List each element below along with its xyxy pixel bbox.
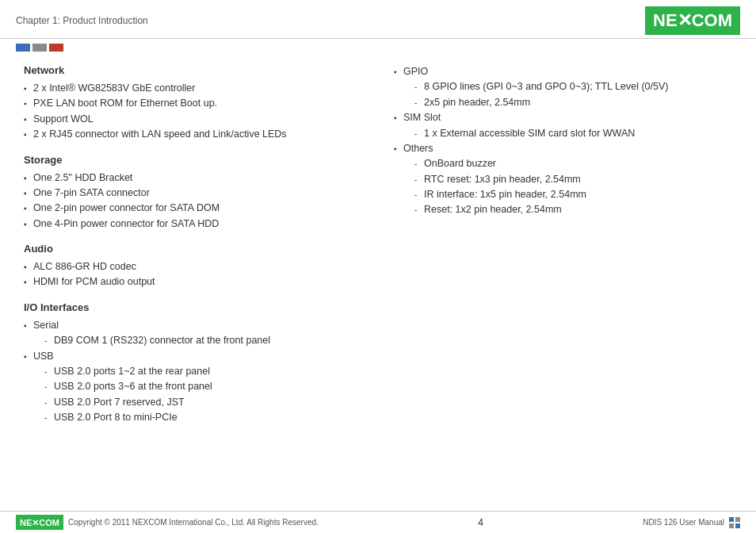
list-item: IR interface: 1x5 pin header, 2.54mm xyxy=(414,187,732,202)
grid-cell-2 xyxy=(735,517,740,522)
grid-cell-1 xyxy=(729,517,734,522)
list-item: 2 x RJ45 connector with LAN speed and Li… xyxy=(24,127,362,142)
footer-grid-icon xyxy=(729,517,740,528)
io-list: Serial DB9 COM 1 (RS232) connector at th… xyxy=(24,318,362,426)
gpio-sub-list: 8 GPIO lines (GPI 0~3 and GPO 0~3); TTL … xyxy=(403,79,732,110)
footer-doc-title: NDIS 126 User Manual xyxy=(643,518,724,527)
footer-copyright: Copyright © 2011 NEXCOM International Co… xyxy=(68,518,319,527)
list-item: One 7-pin SATA connector xyxy=(24,186,362,201)
list-item: USB 2.0 ports 3~6 at the front panel xyxy=(44,379,362,394)
left-column: Network 2 x Intel® WG82583V GbE controll… xyxy=(24,64,370,503)
section-io-title: I/O Interfaces xyxy=(24,301,362,313)
gpio-list: GPIO 8 GPIO lines (GPI 0~3 and GPO 0~3);… xyxy=(394,64,732,218)
network-list: 2 x Intel® WG82583V GbE controller PXE L… xyxy=(24,81,362,143)
list-item: HDMI for PCM audio output xyxy=(24,274,362,290)
list-item: Support WOL xyxy=(24,112,362,127)
list-item: Serial DB9 COM 1 (RS232) connector at th… xyxy=(24,318,362,349)
list-item: 1 x External accessible SIM card slot fo… xyxy=(414,126,732,141)
list-item: USB 2.0 Port 8 to mini-PCIe xyxy=(44,410,362,425)
footer-page-number: 4 xyxy=(478,517,483,528)
list-item: RTC reset: 1x3 pin header, 2.54mm xyxy=(414,172,732,187)
list-item: One 2.5" HDD Bracket xyxy=(24,171,362,186)
list-item: SIM Slot 1 x External accessible SIM car… xyxy=(394,110,732,141)
footer-right: NDIS 126 User Manual xyxy=(643,517,740,528)
color-bar-gray xyxy=(32,44,47,52)
grid-cell-3 xyxy=(729,523,734,528)
list-item: GPIO 8 GPIO lines (GPI 0~3 and GPO 0~3);… xyxy=(394,64,732,110)
list-item: USB USB 2.0 ports 1~2 at the rear panel … xyxy=(24,349,362,426)
right-column: GPIO 8 GPIO lines (GPI 0~3 and GPO 0~3);… xyxy=(386,64,732,503)
section-storage-title: Storage xyxy=(24,154,362,166)
list-item: PXE LAN boot ROM for Ethernet Boot up. xyxy=(24,96,362,111)
list-item: ALC 886-GR HD codec xyxy=(24,259,362,274)
list-item: USB 2.0 ports 1~2 at the rear panel xyxy=(44,364,362,379)
others-sub-list: OnBoard buzzer RTC reset: 1x3 pin header… xyxy=(403,156,732,218)
footer-logo-text: NE✕COM xyxy=(20,518,59,527)
list-item: DB9 COM 1 (RS232) connector at the front… xyxy=(44,333,362,348)
audio-list: ALC 886-GR HD codec HDMI for PCM audio o… xyxy=(24,259,362,290)
page-header: Chapter 1: Product Introduction NE✕✕COM xyxy=(0,0,756,39)
section-io: I/O Interfaces Serial DB9 COM 1 (RS232) … xyxy=(24,301,362,426)
list-item: Others OnBoard buzzer RTC reset: 1x3 pin… xyxy=(394,141,732,218)
color-bar-blue xyxy=(16,44,30,52)
serial-sub-list: DB9 COM 1 (RS232) connector at the front… xyxy=(33,333,362,348)
section-gpio: GPIO 8 GPIO lines (GPI 0~3 and GPO 0~3);… xyxy=(394,64,732,218)
section-network-title: Network xyxy=(24,64,362,76)
footer-left: NE✕COM Copyright © 2011 NEXCOM Internati… xyxy=(16,515,319,530)
page-wrapper: Chapter 1: Product Introduction NE✕✕COM … xyxy=(0,0,756,533)
list-item: USB 2.0 Port 7 reserved, JST xyxy=(44,395,362,410)
grid-cell-4 xyxy=(735,523,740,528)
page-footer: NE✕COM Copyright © 2011 NEXCOM Internati… xyxy=(0,511,756,533)
list-item: 2 x Intel® WG82583V GbE controller xyxy=(24,81,362,96)
list-item: 8 GPIO lines (GPI 0~3 and GPO 0~3); TTL … xyxy=(414,79,732,94)
section-audio: Audio ALC 886-GR HD codec HDMI for PCM a… xyxy=(24,243,362,290)
section-audio-title: Audio xyxy=(24,243,362,255)
storage-list: One 2.5" HDD Bracket One 7-pin SATA conn… xyxy=(24,171,362,232)
footer-logo: NE✕COM xyxy=(16,515,63,530)
color-bar xyxy=(0,39,756,56)
logo-text: NE✕✕COM xyxy=(653,10,732,30)
list-item: OnBoard buzzer xyxy=(414,156,732,171)
chapter-title: Chapter 1: Product Introduction xyxy=(16,15,148,26)
main-content: Network 2 x Intel® WG82583V GbE controll… xyxy=(0,56,756,511)
sim-sub-list: 1 x External accessible SIM card slot fo… xyxy=(403,126,732,141)
list-item: 2x5 pin header, 2.54mm xyxy=(414,95,732,110)
section-network: Network 2 x Intel® WG82583V GbE controll… xyxy=(24,64,362,143)
usb-sub-list: USB 2.0 ports 1~2 at the rear panel USB … xyxy=(33,364,362,426)
color-bar-red xyxy=(49,44,63,52)
list-item: Reset: 1x2 pin header, 2.54mm xyxy=(414,202,732,217)
nexcom-logo: NE✕✕COM xyxy=(645,6,740,35)
list-item: One 2-pin power connector for SATA DOM xyxy=(24,201,362,216)
list-item: One 4-Pin power connector for SATA HDD xyxy=(24,217,362,232)
section-storage: Storage One 2.5" HDD Bracket One 7-pin S… xyxy=(24,154,362,232)
